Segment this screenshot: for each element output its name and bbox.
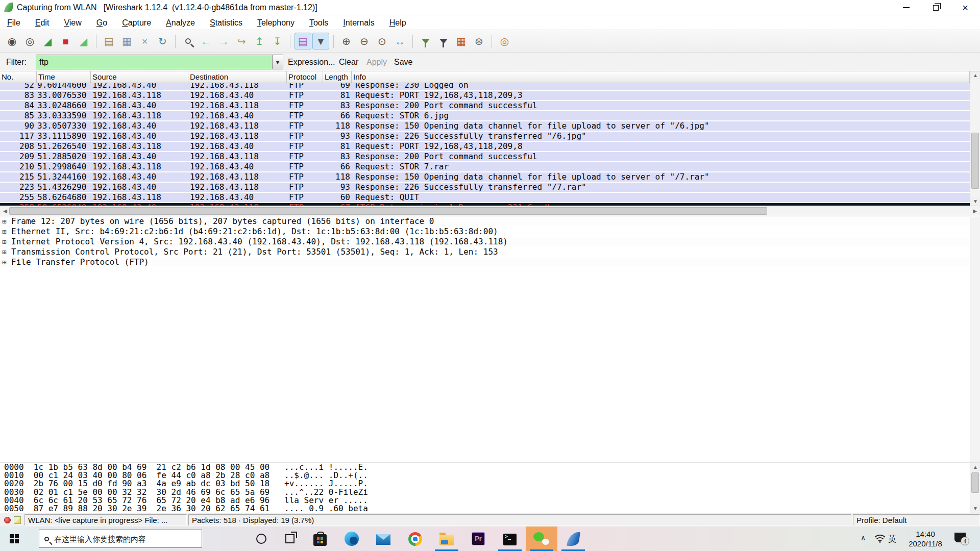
taskbar-app-mail[interactable] bbox=[368, 527, 399, 551]
minimize-button[interactable] bbox=[891, 0, 921, 15]
scroll-right-icon[interactable]: ▶ bbox=[971, 207, 979, 215]
packet-row[interactable]: 8433.0248660192.168.43.40192.168.43.118F… bbox=[0, 101, 970, 111]
restart-capture-button[interactable]: ◢ bbox=[75, 33, 92, 49]
detail-line[interactable]: ⊞File Transfer Protocol (FTP) bbox=[0, 257, 980, 267]
capture-filters-button[interactable] bbox=[417, 33, 434, 49]
menu-edit[interactable]: Edit bbox=[35, 18, 50, 28]
search-input[interactable] bbox=[54, 535, 202, 543]
detail-line[interactable]: ⊞Frame 12: 207 bytes on wire (1656 bits)… bbox=[0, 216, 980, 227]
reload-capture-button[interactable]: ↻ bbox=[154, 33, 171, 49]
expander-icon[interactable]: ⊞ bbox=[2, 257, 6, 267]
packet-row[interactable]: 8333.0076530192.168.43.118192.168.43.40F… bbox=[0, 91, 970, 101]
menu-internals[interactable]: Internals bbox=[343, 18, 374, 28]
expander-icon[interactable]: ⊞ bbox=[2, 216, 6, 227]
close-capture-button[interactable]: × bbox=[136, 33, 153, 49]
go-forward-button[interactable]: → bbox=[215, 33, 232, 49]
close-button[interactable]: × bbox=[950, 0, 980, 15]
taskbar-app-cmd[interactable]: >_ bbox=[494, 527, 526, 551]
clear-button[interactable]: Clear bbox=[339, 56, 358, 69]
taskbar-app-explorer[interactable] bbox=[431, 527, 462, 551]
column-header-length[interactable]: Length bbox=[323, 71, 352, 83]
taskbar-app-edge[interactable] bbox=[336, 527, 368, 551]
column-header-destination[interactable]: Destination bbox=[188, 71, 287, 83]
auto-scroll-button[interactable]: ▼ bbox=[312, 33, 329, 49]
display-filters-button[interactable] bbox=[435, 33, 452, 49]
stop-capture-button[interactable]: ■ bbox=[57, 33, 74, 49]
expert-info-led-icon[interactable] bbox=[4, 517, 11, 523]
open-capture-button[interactable]: ▤ bbox=[101, 33, 117, 49]
menu-telephony[interactable]: Telephony bbox=[257, 18, 295, 28]
go-back-button[interactable]: ← bbox=[198, 33, 214, 49]
menu-view[interactable]: View bbox=[64, 18, 81, 28]
column-header-no[interactable]: No. bbox=[0, 71, 37, 83]
scroll-left-icon[interactable]: ◀ bbox=[1, 207, 9, 215]
filter-input[interactable] bbox=[36, 55, 272, 69]
packet-row[interactable]: 20951.2885020192.168.43.40192.168.43.118… bbox=[0, 152, 970, 162]
expander-icon[interactable]: ⊞ bbox=[2, 237, 6, 247]
column-header-source[interactable]: Source bbox=[91, 71, 188, 83]
expander-icon[interactable]: ⊞ bbox=[2, 227, 6, 237]
taskbar-app-chrome[interactable] bbox=[399, 527, 431, 551]
ime-indicator[interactable]: 英 bbox=[888, 533, 897, 545]
cortana-button[interactable] bbox=[247, 527, 276, 551]
detail-line[interactable]: ⊞Internet Protocol Version 4, Src: 192.1… bbox=[0, 237, 980, 247]
taskbar-clock[interactable]: 14:40 2020/11/8 bbox=[902, 529, 948, 548]
detail-line[interactable]: ⊞Transmission Control Protocol, Src Port… bbox=[0, 247, 980, 257]
scroll-down-icon[interactable]: ▼ bbox=[970, 505, 980, 513]
coloring-rules-button[interactable]: ▦ bbox=[453, 33, 470, 49]
menu-statistics[interactable]: Statistics bbox=[210, 18, 242, 28]
menu-file[interactable]: File bbox=[7, 18, 20, 28]
preferences-button[interactable]: ⊛ bbox=[471, 33, 487, 49]
taskbar-search-box[interactable] bbox=[39, 530, 202, 548]
start-button[interactable] bbox=[0, 527, 29, 551]
apply-button[interactable]: Apply bbox=[366, 56, 387, 69]
hex-line[interactable]: 0050 87 e7 89 88 20 30 2e 39 2e 36 30 20… bbox=[0, 505, 980, 513]
capture-file-edit-icon[interactable] bbox=[14, 516, 21, 524]
column-header-time[interactable]: Time bbox=[37, 71, 91, 83]
goto-packet-button[interactable]: ↪ bbox=[233, 33, 250, 49]
expression-button[interactable]: Expression... bbox=[288, 56, 335, 69]
vscroll-thumb[interactable] bbox=[971, 133, 979, 189]
wifi-icon[interactable] bbox=[874, 533, 886, 545]
goto-top-button[interactable]: ↥ bbox=[251, 33, 268, 49]
menu-help[interactable]: Help bbox=[389, 18, 406, 28]
task-view-button[interactable] bbox=[276, 527, 304, 551]
menu-capture[interactable]: Capture bbox=[122, 18, 151, 28]
column-header-protocol[interactable]: Protocol bbox=[287, 71, 323, 83]
expander-icon[interactable]: ⊞ bbox=[2, 247, 6, 257]
packet-row[interactable]: 25558.6264680192.168.43.118192.168.43.40… bbox=[0, 193, 970, 203]
menu-tools[interactable]: Tools bbox=[309, 18, 328, 28]
goto-bottom-button[interactable]: ↧ bbox=[269, 33, 286, 49]
hscroll-thumb[interactable] bbox=[9, 207, 767, 215]
vscroll-thumb[interactable] bbox=[971, 472, 979, 493]
packet-row[interactable]: 11733.1115890192.168.43.40192.168.43.118… bbox=[0, 132, 970, 142]
hex-vscrollbar[interactable]: ▲ ▼ bbox=[970, 463, 980, 513]
save-button[interactable]: Save bbox=[394, 56, 412, 69]
restore-button[interactable] bbox=[921, 0, 950, 15]
capture-options-button[interactable]: ◎ bbox=[21, 33, 38, 49]
column-header-info[interactable]: Info bbox=[352, 71, 970, 83]
menu-analyze[interactable]: Analyze bbox=[166, 18, 195, 28]
start-capture-button[interactable]: ◢ bbox=[39, 33, 56, 49]
scroll-up-icon[interactable]: ▲ bbox=[970, 463, 980, 471]
hidden-icons-button[interactable]: ∧ bbox=[861, 534, 866, 542]
zoom-normal-button[interactable]: ⊙ bbox=[374, 33, 390, 49]
taskbar-app-store[interactable] bbox=[304, 527, 336, 551]
taskbar-app-wireshark[interactable] bbox=[557, 527, 589, 551]
zoom-in-button[interactable]: ⊕ bbox=[338, 33, 355, 49]
scroll-down-icon[interactable]: ▼ bbox=[970, 197, 980, 206]
save-capture-button[interactable]: ▦ bbox=[118, 33, 135, 49]
find-packet-button[interactable] bbox=[180, 33, 197, 49]
packet-row[interactable]: 8533.0333590192.168.43.118192.168.43.40F… bbox=[0, 111, 970, 121]
zoom-out-button[interactable]: ⊖ bbox=[356, 33, 373, 49]
taskbar-app-wechat[interactable] bbox=[526, 527, 557, 551]
taskbar-app-premiere[interactable]: Pr bbox=[462, 527, 494, 551]
colorize-packets-button[interactable]: ▤ bbox=[295, 33, 311, 49]
packet-row[interactable]: 21551.3244160192.168.43.40192.168.43.118… bbox=[0, 172, 970, 183]
resize-columns-button[interactable]: ↔ bbox=[391, 33, 408, 49]
packet-row[interactable]: 22351.4326290192.168.43.40192.168.43.118… bbox=[0, 183, 970, 193]
details-vscrollbar[interactable] bbox=[970, 217, 980, 462]
packet-list-vscrollbar[interactable]: ▲ ▼ bbox=[970, 71, 980, 206]
menu-go[interactable]: Go bbox=[96, 18, 107, 28]
detail-line[interactable]: ⊞Ethernet II, Src: b4:69:21:c2:b6:1d (b4… bbox=[0, 227, 980, 237]
